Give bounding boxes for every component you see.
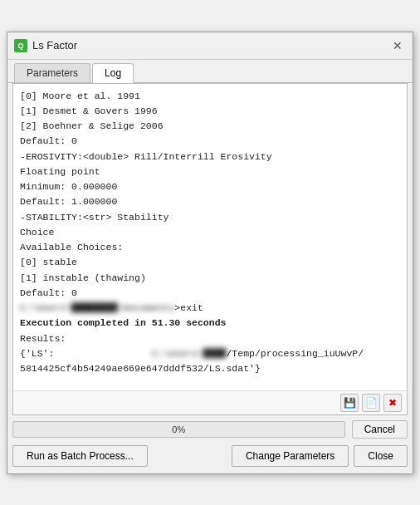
log-line: Default: 1.000000	[20, 194, 400, 208]
log-line: Minimum: 0.000000	[20, 179, 400, 194]
window-title: Ls Factor	[32, 39, 77, 51]
cancel-button[interactable]: Cancel	[352, 420, 408, 439]
log-line: 5814425cf4b54249ae669e647dddf532/LS.sdat…	[20, 361, 400, 375]
log-line: Default: 0	[20, 134, 400, 148]
log-line: [0] Moore et al. 1991	[20, 89, 400, 103]
log-line: [1] Desmet & Govers 1996	[20, 104, 400, 118]
content-area: [0] Moore et al. 1991 [1] Desmet & Gover…	[12, 83, 408, 415]
run-batch-button[interactable]: Run as Batch Process...	[12, 445, 148, 467]
log-line: Results:	[20, 331, 400, 346]
progress-row: 0% Cancel	[12, 420, 408, 439]
log-line: C:\Users\████████\Documents>exit	[20, 301, 400, 315]
log-toolbar: 💾 📄 ✖	[13, 391, 407, 414]
progress-label: 0%	[172, 424, 185, 434]
tab-parameters[interactable]: Parameters	[14, 63, 90, 82]
log-line: Floating point	[20, 164, 400, 179]
log-line: Available Choices:	[20, 240, 400, 254]
log-line: Choice	[20, 225, 400, 239]
log-line: [0] stable	[20, 255, 400, 269]
title-bar-left: Q Ls Factor	[14, 39, 77, 52]
log-line: {'LS': C:\Users\████/Temp/processing_iuU…	[20, 346, 400, 360]
log-output: [0] Moore et al. 1991 [1] Desmet & Gover…	[13, 84, 407, 391]
close-window-button[interactable]: ✕	[389, 37, 406, 54]
log-line: [2] Boehner & Selige 2006	[20, 119, 400, 133]
change-parameters-button[interactable]: Change Parameters	[232, 445, 349, 467]
copy-log-button[interactable]: 📄	[362, 394, 380, 412]
log-line: -EROSIVITY:<double> Rill/Interrill Erosi…	[20, 150, 400, 164]
clear-log-button[interactable]: ✖	[383, 394, 402, 412]
dialog: Q Ls Factor ✕ Parameters Log [0] Moore e…	[7, 32, 413, 474]
log-line: [1] instable (thawing)	[20, 271, 400, 285]
app-icon: Q	[14, 39, 27, 52]
progress-bar-container: 0%	[12, 421, 345, 438]
tab-log[interactable]: Log	[92, 63, 134, 83]
log-line: Execution completed in 51.30 seconds	[20, 316, 400, 330]
close-dialog-button[interactable]: Close	[354, 445, 408, 467]
log-line: -STABILITY:<str> Stability	[20, 210, 400, 224]
save-log-button[interactable]: 💾	[340, 394, 359, 412]
log-line: Default: 0	[20, 286, 400, 300]
tabs: Parameters Log	[7, 60, 413, 83]
bottom-buttons: Run as Batch Process... Change Parameter…	[7, 442, 413, 473]
title-bar: Q Ls Factor ✕	[7, 32, 413, 60]
log-line	[20, 376, 400, 390]
